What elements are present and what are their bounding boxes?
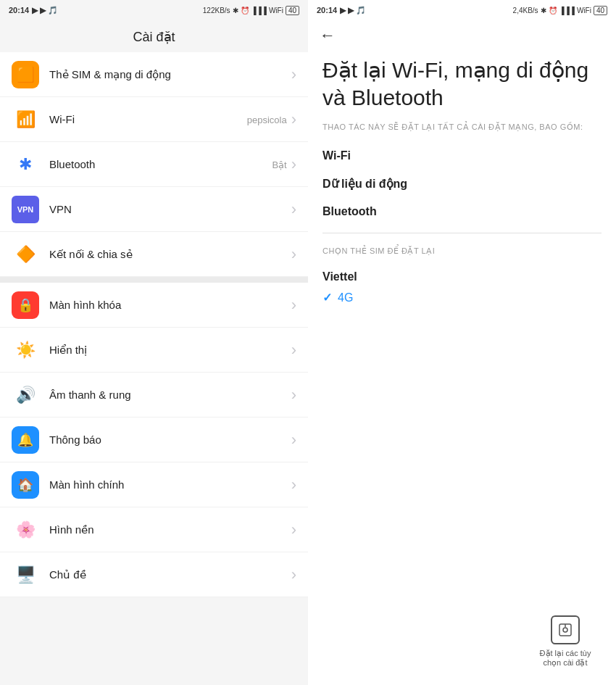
- sound-icon: 🔊: [12, 381, 39, 409]
- wallpaper-label: Hình nền: [49, 523, 291, 536]
- reset-subtitle: THAO TÁC NÀY SẼ ĐẶT LẠI TẤT CẢ CÀI ĐẶT M…: [322, 123, 602, 132]
- left-panel: 20:14 ▶ ▶ 🎵 122KB/s ✱ ⏰ ▐▐▐ WiFi 40 Cài …: [0, 0, 308, 685]
- right-status-right: 2,4KB/s ✱ ⏰ ▐▐▐ WiFi 40: [513, 6, 607, 15]
- connect-icon: 🔶: [12, 241, 39, 268]
- notif-chevron: [291, 432, 296, 448]
- bluetooth-value: Bật: [272, 159, 286, 170]
- reset-item-mobile: Dữ liệu di động: [322, 170, 602, 198]
- sim-section-label: CHỌN THẺ SIM ĐỂ ĐẶT LẠI: [322, 246, 602, 256]
- back-bar: ←: [308, 20, 616, 51]
- reset-item-bluetooth: Bluetooth: [322, 198, 602, 225]
- settings-item-lock[interactable]: 🔒 Màn hình khóa: [0, 283, 308, 328]
- reset-page-title: Đặt lại Wi-Fi, mạng di động và Bluetooth: [322, 57, 602, 111]
- settings-item-theme[interactable]: 🖥️ Chủ đề: [0, 552, 308, 597]
- wallpaper-icon: 🌸: [12, 516, 39, 544]
- right-status-time: 20:14 ▶ ▶ 🎵: [317, 6, 366, 15]
- connect-label: Kết nối & chia sẻ: [49, 248, 291, 261]
- left-signal-icon: ▐▐▐: [251, 7, 267, 14]
- settings-item-sound[interactable]: 🔊 Âm thanh & rung: [0, 373, 308, 418]
- right-speed: 2,4KB/s: [513, 7, 538, 14]
- settings-item-bluetooth[interactable]: ✱ Bluetooth Bật: [0, 142, 308, 187]
- svg-point-1: [563, 628, 567, 632]
- home-chevron: [291, 477, 296, 493]
- settings-item-notif[interactable]: 🔔 Thông báo: [0, 418, 308, 462]
- home-text: Màn hình chính: [49, 478, 291, 491]
- right-main-content: Đặt lại Wi-Fi, mạng di động và Bluetooth…: [308, 51, 616, 685]
- settings-item-home[interactable]: 🏠 Màn hình chính: [0, 462, 308, 507]
- settings-item-connect[interactable]: 🔶 Kết nối & chia sẻ: [0, 232, 308, 277]
- display-label: Hiển thị: [49, 344, 291, 357]
- sound-chevron: [291, 387, 296, 403]
- left-battery-icon: 40: [286, 6, 299, 15]
- left-bt-icon: ✱: [233, 7, 238, 14]
- bluetooth-icon: ✱: [12, 151, 39, 178]
- left-status-bar: 20:14 ▶ ▶ 🎵 122KB/s ✱ ⏰ ▐▐▐ WiFi 40: [0, 0, 308, 20]
- right-time: 20:14: [317, 6, 337, 14]
- settings-list: 🟧 Thẻ SIM & mạng di động 📶 Wi-Fi pepsico…: [0, 52, 308, 685]
- wallpaper-text: Hình nền: [49, 523, 291, 536]
- settings-item-wifi[interactable]: 📶 Wi-Fi pepsicola: [0, 97, 308, 142]
- left-time: 20:14: [9, 6, 29, 14]
- bluetooth-chevron: [291, 157, 296, 173]
- wifi-label: Wi-Fi: [49, 113, 247, 125]
- wifi-chevron: [291, 112, 296, 128]
- wifi-icon: 📶: [12, 106, 39, 133]
- theme-icon: 🖥️: [12, 561, 39, 589]
- sim-name: Viettel: [322, 265, 602, 288]
- notif-icon: 🔔: [12, 426, 39, 454]
- sound-label: Âm thanh & rung: [49, 389, 291, 401]
- reset-settings-button[interactable]: [551, 615, 580, 644]
- notif-text: Thông báo: [49, 433, 291, 446]
- lock-label: Màn hình khóa: [49, 299, 291, 311]
- theme-text: Chủ đề: [49, 568, 291, 581]
- right-signal-icon: ▐▐▐: [559, 7, 575, 14]
- right-battery-icon: 40: [594, 6, 607, 15]
- right-bt-icon: ✱: [541, 7, 546, 14]
- theme-chevron: [291, 567, 296, 583]
- vpn-chevron: [291, 202, 296, 217]
- left-status-time: 20:14 ▶ ▶ 🎵: [9, 6, 58, 15]
- settings-item-display[interactable]: ☀️ Hiển thị: [0, 328, 308, 373]
- connect-text: Kết nối & chia sẻ: [49, 248, 291, 261]
- home-label: Màn hình chính: [49, 478, 291, 491]
- section-divider: [322, 233, 602, 233]
- wifi-value: pepsicola: [247, 115, 287, 125]
- wallpaper-chevron: [291, 522, 296, 538]
- notif-label: Thông báo: [49, 433, 291, 446]
- display-text: Hiển thị: [49, 344, 291, 357]
- check-mark-icon: ✓: [322, 291, 332, 304]
- lock-chevron: [291, 297, 296, 313]
- right-alarm-icon: ⏰: [549, 7, 557, 14]
- left-alarm-icon: ⏰: [241, 7, 249, 14]
- settings-item-wallpaper[interactable]: 🌸 Hình nền: [0, 507, 308, 552]
- sound-text: Âm thanh & rung: [49, 389, 291, 401]
- bluetooth-label: Bluetooth: [49, 158, 272, 170]
- back-button[interactable]: ←: [320, 26, 336, 44]
- reset-item-wifi: Wi-Fi: [322, 142, 602, 170]
- settings-item-sim[interactable]: 🟧 Thẻ SIM & mạng di động: [0, 52, 308, 97]
- right-wifi-icon: WiFi: [577, 7, 591, 14]
- bluetooth-text: Bluetooth: [49, 158, 272, 170]
- lock-icon: 🔒: [12, 291, 39, 319]
- display-icon: ☀️: [12, 336, 39, 364]
- settings-item-vpn[interactable]: VPN VPN: [0, 187, 308, 232]
- left-page-title: Cài đặt: [0, 20, 308, 52]
- sim-text: Thẻ SIM & mạng di động: [49, 68, 291, 81]
- right-media-icons: ▶ ▶ 🎵: [340, 6, 366, 15]
- sim-check-option[interactable]: ✓ 4G: [322, 288, 602, 309]
- reset-button-label[interactable]: Đặt lại các tùy chọn cài đặt: [536, 649, 594, 668]
- connect-chevron: [291, 246, 296, 262]
- left-status-right: 122KB/s ✱ ⏰ ▐▐▐ WiFi 40: [203, 6, 299, 15]
- sim-check-label: 4G: [338, 291, 353, 304]
- display-chevron: [291, 342, 296, 358]
- sim-icon: 🟧: [12, 61, 39, 88]
- lock-text: Màn hình khóa: [49, 299, 291, 311]
- theme-label: Chủ đề: [49, 568, 291, 581]
- section-divider-1: [0, 277, 308, 283]
- bottom-reset-area: Đặt lại các tùy chọn cài đặt: [536, 615, 594, 668]
- left-wifi-icon: WiFi: [269, 7, 283, 14]
- home-icon: 🏠: [12, 471, 39, 499]
- left-media-icons: ▶ ▶ 🎵: [32, 6, 58, 15]
- wifi-text: Wi-Fi: [49, 113, 247, 125]
- vpn-text: VPN: [49, 203, 291, 215]
